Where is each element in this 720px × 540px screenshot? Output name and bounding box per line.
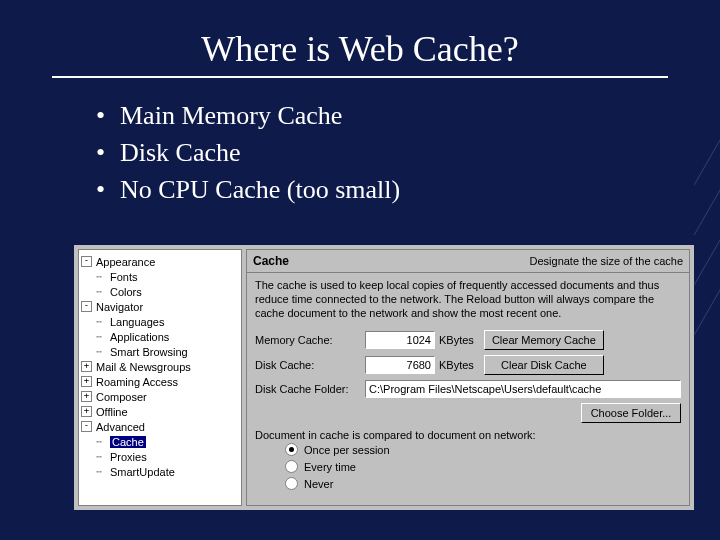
memory-cache-input[interactable] <box>365 331 435 349</box>
radio-icon <box>285 443 298 456</box>
slide-title: Where is Web Cache? <box>0 0 720 76</box>
disk-cache-label: Disk Cache: <box>255 359 365 371</box>
tree-node-offline[interactable]: + Offline <box>81 404 239 419</box>
radio-once-per-session[interactable]: Once per session <box>285 441 681 458</box>
radio-icon <box>285 460 298 473</box>
tree-label: SmartUpdate <box>110 466 175 478</box>
bullet-item: Disk Cache <box>120 135 660 170</box>
panel-header: Cache Designate the size of the cache <box>247 250 689 273</box>
tree-node-smart-browsing[interactable]: ⋯ Smart Browsing <box>81 344 239 359</box>
radio-label: Never <box>304 478 333 490</box>
tree-node-smartupdate[interactable]: ⋯ SmartUpdate <box>81 464 239 479</box>
disk-folder-label: Disk Cache Folder: <box>255 383 365 395</box>
tree-node-appearance[interactable]: - Appearance <box>81 254 239 269</box>
disk-folder-row: Disk Cache Folder: <box>255 380 681 398</box>
tree-label: Languages <box>110 316 164 328</box>
expand-icon[interactable]: + <box>81 361 92 372</box>
tree-label-selected: Cache <box>110 436 146 448</box>
bullet-item: No CPU Cache (too small) <box>120 172 660 207</box>
expand-icon[interactable]: + <box>81 406 92 417</box>
disk-cache-input[interactable] <box>365 356 435 374</box>
expand-icon[interactable]: + <box>81 376 92 387</box>
tree-label: Navigator <box>96 301 143 313</box>
help-text: The cache is used to keep local copies o… <box>255 279 681 320</box>
compare-label: Document in cache is compared to documen… <box>255 429 681 441</box>
tree-node-cache[interactable]: ⋯ Cache <box>81 434 239 449</box>
tree-node-roaming[interactable]: + Roaming Access <box>81 374 239 389</box>
disk-cache-unit: KBytes <box>439 359 474 371</box>
disk-folder-input[interactable] <box>365 380 681 398</box>
radio-label: Every time <box>304 461 356 473</box>
collapse-icon[interactable]: - <box>81 301 92 312</box>
tree-node-languages[interactable]: ⋯ Languages <box>81 314 239 329</box>
panel-title: Cache <box>253 254 530 268</box>
title-rule <box>52 76 668 78</box>
category-tree[interactable]: - Appearance ⋯ Fonts ⋯ Colors - Navigato… <box>78 249 242 506</box>
clear-disk-cache-button[interactable]: Clear Disk Cache <box>484 355 604 375</box>
choose-folder-button[interactable]: Choose Folder... <box>581 403 681 423</box>
tree-label: Mail & Newsgroups <box>96 361 191 373</box>
radio-every-time[interactable]: Every time <box>285 458 681 475</box>
tree-label: Appearance <box>96 256 155 268</box>
tree-label: Colors <box>110 286 142 298</box>
memory-cache-unit: KBytes <box>439 334 474 346</box>
tree-label: Offline <box>96 406 128 418</box>
disk-cache-row: Disk Cache: KBytes Clear Disk Cache <box>255 355 681 375</box>
tree-node-composer[interactable]: + Composer <box>81 389 239 404</box>
tree-label: Applications <box>110 331 169 343</box>
tree-label: Roaming Access <box>96 376 178 388</box>
bullet-item: Main Memory Cache <box>120 98 660 133</box>
radio-label: Once per session <box>304 444 390 456</box>
tree-label: Proxies <box>110 451 147 463</box>
tree-label: Composer <box>96 391 147 403</box>
collapse-icon[interactable]: - <box>81 256 92 267</box>
collapse-icon[interactable]: - <box>81 421 92 432</box>
memory-cache-row: Memory Cache: KBytes Clear Memory Cache <box>255 330 681 350</box>
radio-icon <box>285 477 298 490</box>
cache-settings-panel: Cache Designate the size of the cache Th… <box>246 249 690 506</box>
bullet-list: Main Memory Cache Disk Cache No CPU Cach… <box>80 98 660 207</box>
tree-node-mail-news[interactable]: + Mail & Newsgroups <box>81 359 239 374</box>
tree-node-navigator[interactable]: - Navigator <box>81 299 239 314</box>
tree-label: Fonts <box>110 271 138 283</box>
tree-node-colors[interactable]: ⋯ Colors <box>81 284 239 299</box>
tree-node-applications[interactable]: ⋯ Applications <box>81 329 239 344</box>
tree-node-proxies[interactable]: ⋯ Proxies <box>81 449 239 464</box>
tree-node-advanced[interactable]: - Advanced <box>81 419 239 434</box>
expand-icon[interactable]: + <box>81 391 92 402</box>
panel-subtitle: Designate the size of the cache <box>530 255 683 267</box>
compare-radio-group: Once per session Every time Never <box>285 441 681 492</box>
tree-label: Smart Browsing <box>110 346 188 358</box>
tree-node-fonts[interactable]: ⋯ Fonts <box>81 269 239 284</box>
memory-cache-label: Memory Cache: <box>255 334 365 346</box>
preferences-window: - Appearance ⋯ Fonts ⋯ Colors - Navigato… <box>74 245 694 510</box>
tree-label: Advanced <box>96 421 145 433</box>
radio-never[interactable]: Never <box>285 475 681 492</box>
clear-memory-cache-button[interactable]: Clear Memory Cache <box>484 330 604 350</box>
